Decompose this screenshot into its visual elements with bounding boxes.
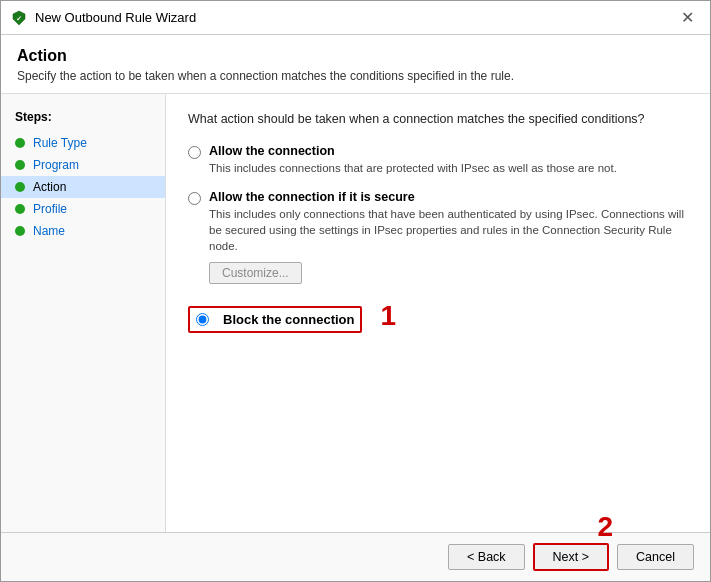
content-area: What action should be taken when a conne… xyxy=(166,94,710,532)
sidebar-item-action[interactable]: Action xyxy=(1,176,165,198)
step-label: Profile xyxy=(33,202,67,216)
sidebar-item-rule-type[interactable]: Rule Type xyxy=(1,132,165,154)
step-dot xyxy=(15,182,25,192)
next-btn-wrapper: 2 Next > xyxy=(533,543,609,571)
option-allow-text: Allow the connection This includes conne… xyxy=(209,144,617,176)
svg-text:✓: ✓ xyxy=(16,14,22,21)
close-button[interactable]: ✕ xyxy=(674,5,700,31)
question-text: What action should be taken when a conne… xyxy=(188,112,688,126)
option-allow-secure: Allow the connection if it is secure Thi… xyxy=(188,190,688,284)
sidebar-item-program[interactable]: Program xyxy=(1,154,165,176)
footer: < Back 2 Next > Cancel xyxy=(1,532,710,581)
sidebar-item-profile[interactable]: Profile xyxy=(1,198,165,220)
window-title: New Outbound Rule Wizard xyxy=(35,10,196,25)
step-dot xyxy=(15,204,25,214)
back-button[interactable]: < Back xyxy=(448,544,525,570)
cancel-button[interactable]: Cancel xyxy=(617,544,694,570)
sidebar-item-name[interactable]: Name xyxy=(1,220,165,242)
page-title: Action xyxy=(17,47,694,65)
allow-secure-desc: This includes only connections that have… xyxy=(209,206,688,254)
option-allow: Allow the connection This includes conne… xyxy=(188,144,688,176)
allow-label[interactable]: Allow the connection xyxy=(209,144,617,158)
option-block-wrapper: Block the connection 1 xyxy=(188,298,688,333)
radio-block[interactable] xyxy=(196,313,209,326)
allow-secure-label[interactable]: Allow the connection if it is secure xyxy=(209,190,688,204)
annotation-2: 2 xyxy=(598,511,614,543)
radio-allow-secure[interactable] xyxy=(188,192,201,205)
main-content: Steps: Rule Type Program Action Profile … xyxy=(1,94,710,532)
step-label: Action xyxy=(33,180,66,194)
header-section: Action Specify the action to be taken wh… xyxy=(1,35,710,94)
allow-desc: This includes connections that are prote… xyxy=(209,160,617,176)
step-label: Program xyxy=(33,158,79,172)
sidebar: Steps: Rule Type Program Action Profile … xyxy=(1,94,166,532)
block-label[interactable]: Block the connection xyxy=(223,312,354,327)
app-icon: ✓ xyxy=(11,10,27,26)
step-dot xyxy=(15,226,25,236)
title-bar-left: ✓ New Outbound Rule Wizard xyxy=(11,10,196,26)
steps-label: Steps: xyxy=(1,106,165,132)
step-label: Name xyxy=(33,224,65,238)
step-label: Rule Type xyxy=(33,136,87,150)
customize-button: Customize... xyxy=(209,262,302,284)
wizard-window: ✓ New Outbound Rule Wizard ✕ Action Spec… xyxy=(0,0,711,582)
option-allow-secure-text: Allow the connection if it is secure Thi… xyxy=(209,190,688,284)
radio-allow[interactable] xyxy=(188,146,201,159)
step-dot xyxy=(15,160,25,170)
annotation-1: 1 xyxy=(380,300,396,332)
step-dot xyxy=(15,138,25,148)
title-bar: ✓ New Outbound Rule Wizard ✕ xyxy=(1,1,710,35)
block-option-row: Block the connection xyxy=(188,306,362,333)
page-subtitle: Specify the action to be taken when a co… xyxy=(17,69,694,83)
next-button[interactable]: Next > xyxy=(533,543,609,571)
